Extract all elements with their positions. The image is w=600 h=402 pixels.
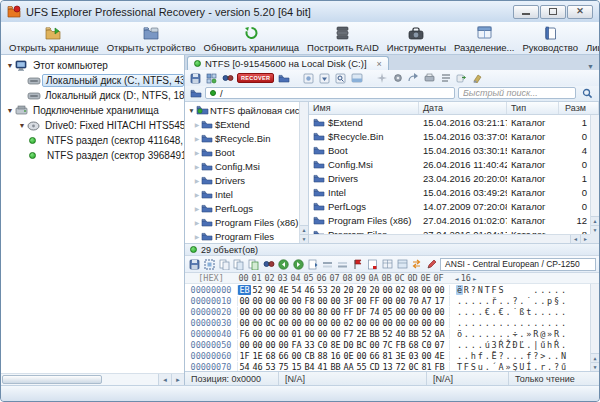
sparkle-icon[interactable] (375, 72, 388, 85)
hex-bytes[interactable]: 0000000000F800003F00FF000070A717 (237, 296, 449, 306)
open-storage-button[interactable]: Открыть хранилище (5, 23, 103, 54)
hex-ascii[interactable]: ö.......÷.»R@»R. (449, 329, 567, 339)
sidebar-item-disk-d[interactable]: Локальный диск (D:, NTFS, 188.93ГБ) (13, 88, 184, 103)
find-icon[interactable] (221, 72, 234, 85)
tree-vscrollbar[interactable]: ▲ ▼ (299, 102, 308, 243)
hex-bytes[interactable]: F600000001000000F72EBB5240BB520A (237, 329, 449, 339)
hex-row[interactable]: 00000040 F600000001000000F72EBB5240BB520… (185, 328, 599, 339)
tree-folder-item[interactable]: ▶ Boot (185, 145, 308, 159)
scroll-left-icon[interactable]: ◄ (570, 235, 580, 243)
expand-arrow-icon[interactable]: ▶ (193, 219, 201, 226)
scroll-down-icon[interactable]: ▼ (300, 234, 308, 243)
group-increase-icon[interactable]: ► (473, 275, 477, 282)
column-header-date[interactable]: Дата (419, 102, 507, 114)
file-row[interactable]: Boot 15.04.2016 03:30:15 Каталог 4 (309, 143, 599, 157)
tab-ntfs[interactable]: NTFS [0-91545600 на Local Disk (C:)] × (187, 56, 389, 70)
close-button[interactable]: ✕ (567, 5, 593, 19)
root-folder-icon[interactable] (189, 87, 202, 100)
quick-search-input[interactable] (458, 87, 576, 99)
hex-find-icon[interactable] (262, 258, 275, 271)
file-list-hscrollbar[interactable]: ◄ ► (309, 234, 590, 243)
expand-arrow-icon[interactable]: ▶ (193, 121, 201, 128)
scan-storage-icon[interactable] (302, 72, 315, 85)
expand-arrow-icon[interactable]: ▶ (193, 163, 201, 170)
hex-row[interactable]: 00000070 5446537515B441BBAA55CD13720C81F… (185, 361, 599, 371)
expand-arrow-icon[interactable]: ▼ (5, 107, 15, 114)
sidebar-hscrollbar[interactable]: ◄ ► (1, 373, 184, 385)
select-block-icon[interactable] (203, 258, 216, 271)
hex-bytes[interactable]: EB52904E544653202020200002080000 (237, 285, 449, 295)
hex-row[interactable]: 00000020 0000000080008000FFDF74050000000… (185, 306, 599, 317)
clean-icon[interactable] (471, 72, 484, 85)
structure-view2-icon[interactable] (396, 258, 409, 271)
back-icon[interactable] (277, 258, 290, 271)
scroll-right-icon[interactable]: ► (171, 374, 184, 385)
file-row[interactable]: $Recycle.Bin 15.04.2016 03:37:05 Каталог… (309, 129, 599, 143)
license-button[interactable]: Лицензия (582, 23, 599, 54)
report-icon[interactable] (366, 258, 379, 271)
position-marker-icon[interactable] (321, 258, 334, 271)
view-mode-icon[interactable] (205, 72, 218, 85)
scroll-down-icon[interactable]: ▼ (591, 225, 599, 234)
scrollbar-thumb[interactable] (2, 375, 102, 384)
file-row[interactable]: Intel 15.04.2016 03:49:29 Каталог 0 (309, 185, 599, 199)
scan-options-dropdown-icon[interactable] (318, 72, 331, 85)
partition-button[interactable]: Разделение... (450, 23, 518, 54)
sidebar-item-drive0[interactable]: ▼ Drive0: Fixed HITACHI HTS545025B9A300 … (13, 118, 184, 133)
tree-folder-item[interactable]: ▶ Program Files (185, 229, 308, 243)
bookmark-flag-icon[interactable] (351, 258, 364, 271)
file-row[interactable]: $Extend 15.04.2016 03:21:17 Каталог 1 (309, 115, 599, 129)
hex-bytes[interactable]: 0000000080008000FFDF740500000000 (237, 307, 449, 317)
hex-ascii[interactable]: TFSu.´A»ŞUÍ.r.?ű (449, 362, 567, 372)
file-row[interactable]: Program Files (x86) 27.04.2016 01:02:07 … (309, 213, 599, 227)
minimize-button[interactable] (513, 5, 539, 19)
tree-folder-item[interactable]: ▶ $Extend (185, 117, 308, 131)
hex-panel-icon[interactable] (350, 72, 363, 85)
goto-offset-icon[interactable] (307, 258, 320, 271)
guide-button[interactable]: Руководство (518, 23, 582, 54)
tree-root-ntfs[interactable]: ▼ NTFS файловая система (185, 103, 308, 117)
export-icon[interactable] (455, 72, 468, 85)
search-icon[interactable] (579, 87, 595, 100)
position-marker2-icon[interactable] (336, 258, 349, 271)
forward-icon[interactable] (292, 258, 305, 271)
hex-viewer[interactable]: 00000000 EB52904E54465320202020000208000… (185, 284, 599, 371)
tab-close-icon[interactable]: × (377, 59, 382, 69)
hex-ascii[interactable]: ....ú3ŔŽĐĽ.|űhŔ. (449, 340, 567, 350)
scroll-down-icon[interactable]: ▼ (591, 362, 599, 371)
hex-bytes[interactable]: 1F1E686600CB88160E0066813E03004E (237, 351, 449, 361)
copy-hex-icon[interactable] (232, 258, 245, 271)
structure-view-icon[interactable] (381, 258, 394, 271)
sidebar-item-partition1[interactable]: NTFS раздел (сектор 411648, 188.93ГБ) (25, 133, 184, 148)
hex-ascii[interactable]: ....€.€.˙ßt..... (449, 307, 567, 317)
expand-arrow-icon[interactable]: ▶ (193, 177, 201, 184)
hex-ascii[interactable]: ................ (449, 318, 567, 328)
tree-folder-item[interactable]: ▶ $Recycle.Bin (185, 131, 308, 145)
paste-icon[interactable] (247, 258, 260, 271)
sidebar-item-storages[interactable]: ▼ Подключенные хранилища (1, 103, 184, 118)
hex-bytes[interactable]: 00000C00000000000200000000000000 (237, 318, 449, 328)
save-data-icon[interactable] (189, 72, 202, 85)
file-row[interactable]: Config.Msi 26.04.2016 11:40:42 Каталог 0 (309, 157, 599, 171)
hex-vscrollbar[interactable]: ▲ ▼ (590, 284, 599, 371)
expand-arrow-icon[interactable]: ▼ (17, 122, 27, 129)
open-folder-icon[interactable] (277, 72, 290, 85)
open-device-button[interactable]: Открыть устройство (103, 23, 200, 54)
expand-arrow-icon[interactable]: ▶ (193, 135, 201, 142)
path-input[interactable]: / (205, 87, 455, 99)
column-header-size[interactable]: Разм (559, 102, 599, 114)
hex-save-icon[interactable] (188, 258, 201, 271)
hex-ascii[interactable]: ..hf.Ë?...f?>..N (449, 351, 567, 361)
find-lost-data-icon[interactable] (334, 72, 347, 85)
recover-button[interactable]: RECOVER (237, 73, 274, 84)
expand-arrow-icon[interactable]: ▼ (187, 107, 196, 114)
tree-folder-item[interactable]: ▶ Drivers (185, 173, 308, 187)
scroll-left-icon[interactable]: ◄ (158, 374, 171, 385)
hex-bytes[interactable]: 5446537515B441BBAA55CD13720C81FB (237, 362, 449, 372)
expand-arrow-icon[interactable]: ▶ (193, 233, 201, 240)
list-icon[interactable] (439, 72, 452, 85)
hex-bytes[interactable]: 00000000FA33C08ED0BC007CFB68C007 (237, 340, 449, 350)
file-row[interactable]: Drivers 23.04.2016 20:20:05 Каталог 1 (309, 171, 599, 185)
edit-mode-icon[interactable] (425, 258, 438, 271)
scroll-up-icon[interactable]: ▲ (591, 216, 599, 225)
